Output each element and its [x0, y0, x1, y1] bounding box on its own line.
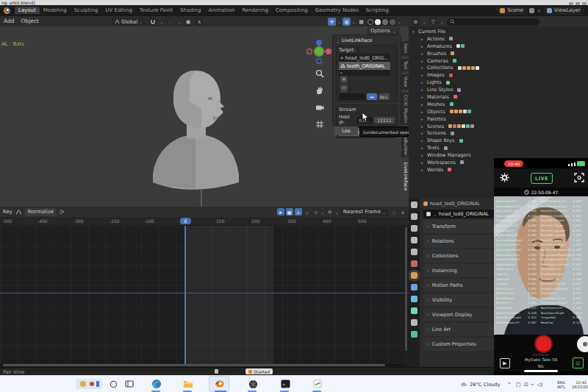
- show-errors-icon[interactable]: ⚠: [295, 208, 302, 215]
- snap-mode-dropdown[interactable]: Nearest Frame ⌄: [340, 208, 389, 216]
- shading-dropdown-icon[interactable]: ⌄: [398, 19, 401, 24]
- tool-properties-tab-icon[interactable]: [411, 202, 417, 208]
- physics-properties-tab-icon[interactable]: [411, 307, 417, 314]
- tab-item[interactable]: Item: [401, 41, 409, 56]
- disclosure-triangle-icon[interactable]: ▸: [421, 37, 425, 41]
- falloff-graph-icon[interactable]: ∧: [399, 208, 406, 215]
- disclosure-triangle-icon[interactable]: ▸: [421, 44, 425, 49]
- zoom-icon[interactable]: [315, 69, 324, 78]
- gizmos-toggle-icon[interactable]: ✛: [328, 18, 336, 26]
- gizmos-dropdown-icon[interactable]: ⌄: [337, 19, 341, 24]
- key-menu[interactable]: Key: [3, 209, 12, 215]
- gizmo-x-axis[interactable]: [326, 49, 331, 54]
- outliner-mode-chevron-icon[interactable]: ⌄: [423, 19, 426, 24]
- disclosure-triangle-icon[interactable]: ▸: [421, 160, 425, 165]
- switch-camera-icon[interactable]: [574, 173, 584, 182]
- recording-time-pill[interactable]: 10:40: [504, 160, 523, 167]
- move-view-hand-icon[interactable]: [315, 86, 324, 95]
- falloff-icon[interactable]: ∧: [195, 18, 203, 26]
- face-tracking-icon[interactable]: ☺: [573, 357, 584, 368]
- remove-target-button[interactable]: −: [340, 85, 348, 92]
- gizmo-z-axis[interactable]: [316, 40, 322, 46]
- disclosure-triangle-icon[interactable]: ▸: [421, 110, 425, 114]
- target-list-item[interactable]: head_lod0_ORIG...: [339, 54, 390, 62]
- language-indicator[interactable]: ENGINTL: [557, 376, 565, 392]
- gizmo-y-axis[interactable]: [315, 47, 324, 57]
- outliner-item-images[interactable]: ▸Images: [412, 71, 588, 79]
- workspace-tab-uv-editing[interactable]: UV Editing: [101, 7, 136, 14]
- disclosure-triangle-icon[interactable]: ▸: [421, 131, 425, 135]
- outliner-display-mode-dropdown[interactable]: ≡: [412, 18, 420, 26]
- tray-display-icon[interactable]: ⊡: [524, 382, 528, 388]
- tab-view[interactable]: View: [401, 74, 409, 89]
- outliner-item-objects[interactable]: ▸Objects: [412, 108, 588, 115]
- outliner-root[interactable]: ▾Current File: [412, 28, 588, 35]
- outliner-filter-chevron-icon[interactable]: ⌄: [440, 19, 444, 24]
- outliner-item-line-styles[interactable]: ▸Line Styles: [412, 86, 588, 93]
- system-tray-icons[interactable]: ▢ ⊡ 𝄐 ◁): [516, 376, 543, 392]
- show-hidden-icon[interactable]: ▦: [286, 208, 293, 215]
- snap-magnet-icon[interactable]: [148, 18, 157, 26]
- disclosure-triangle-icon[interactable]: ▸: [421, 59, 425, 63]
- disclosure-triangle-icon[interactable]: ▸: [421, 168, 425, 172]
- disclosure-triangle-icon[interactable]: ▸: [421, 73, 425, 77]
- outliner-search-input[interactable]: [447, 18, 539, 26]
- outliner-item-cameras[interactable]: ▸Cameras: [412, 57, 588, 65]
- blender-active-app-tile[interactable]: [209, 376, 229, 392]
- menu-add[interactable]: Add: [4, 18, 15, 24]
- outliner-item-palettes[interactable]: ▸Palettes: [412, 115, 588, 123]
- disclosure-triangle-icon[interactable]: ▸: [421, 65, 425, 70]
- wireframe-shading-icon[interactable]: [368, 19, 373, 25]
- only-selected-icon[interactable]: ➤: [277, 208, 284, 215]
- xray-toggle-icon[interactable]: ▦: [357, 18, 365, 26]
- render-properties-tab-icon[interactable]: [411, 213, 417, 220]
- tab-ccic-pipeline[interactable]: CC/iC Pipelin: [401, 93, 409, 125]
- blender-logo-icon[interactable]: [4, 7, 10, 14]
- outliner-item-screens[interactable]: ▸Screens: [412, 129, 588, 137]
- weather-widget-icon[interactable]: [75, 378, 103, 390]
- data-properties-tab-icon[interactable]: [411, 331, 417, 338]
- outliner-item-materials[interactable]: ▸Materials: [412, 93, 588, 101]
- playhead-line[interactable]: [184, 226, 186, 364]
- edge-browser-icon[interactable]: [151, 378, 162, 390]
- workspace-tab-layout[interactable]: Layout: [15, 7, 40, 14]
- status-report-pill[interactable]: Started: [245, 368, 273, 374]
- orthographic-grid-icon[interactable]: [315, 120, 324, 129]
- menu-object[interactable]: Object: [21, 18, 39, 24]
- tray-volume-icon[interactable]: ◁): [537, 382, 542, 388]
- particles-properties-tab-icon[interactable]: [411, 296, 417, 302]
- workspace-tab-modeling[interactable]: Modeling: [40, 7, 71, 14]
- material-shading-icon[interactable]: [382, 19, 388, 25]
- swap-targets-button[interactable]: ↔: [367, 93, 377, 100]
- navigation-gizmo[interactable]: [306, 38, 332, 65]
- outliner-item-scenes[interactable]: ▸Scenes: [412, 123, 588, 130]
- graph-canvas[interactable]: [0, 226, 409, 364]
- overlays-toggle-icon[interactable]: ◍: [343, 18, 351, 26]
- workspace-tab-geometry-nodes[interactable]: Geometry Nodes: [312, 7, 362, 14]
- file-explorer-icon[interactable]: [182, 378, 194, 390]
- settings-gear-icon[interactable]: [500, 173, 509, 182]
- terminal-icon[interactable]: >_: [279, 378, 291, 390]
- modifier-properties-tab-icon[interactable]: [411, 284, 417, 291]
- tab-livelinkface[interactable]: LiveLinkFace: [401, 160, 409, 193]
- tray-mic-icon[interactable]: 𝄐: [531, 382, 534, 388]
- new-scene-icon[interactable]: [529, 8, 534, 13]
- search-icon[interactable]: [107, 378, 119, 390]
- workspace-tab-shading[interactable]: Shading: [176, 7, 204, 14]
- shutter-app-icon[interactable]: [247, 378, 259, 390]
- object-properties-tab-icon[interactable]: [411, 272, 417, 279]
- notes-app-icon[interactable]: [312, 378, 323, 390]
- outliner-item-armatures[interactable]: ▸Armatures: [412, 43, 588, 50]
- viewlayer-selector[interactable]: ViewLayer: [544, 7, 584, 15]
- rendered-shading-icon[interactable]: [390, 19, 395, 25]
- graph-vertical-scrollbar[interactable]: [405, 227, 407, 351]
- refresh-icon[interactable]: ⟳: [60, 209, 65, 215]
- filter-chevron-icon[interactable]: ⌄: [321, 210, 325, 215]
- outliner-item-brushes[interactable]: ▸Brushes: [412, 50, 588, 57]
- target-list-item-selected[interactable]: teeth_ORIGINAL: [339, 62, 390, 70]
- camera-view-icon[interactable]: [315, 103, 324, 112]
- copy-icon[interactable]: ⧉: [326, 208, 334, 215]
- outliner-item-collections[interactable]: ▸Collections: [412, 64, 588, 71]
- workspace-tab-animation[interactable]: Animation: [204, 7, 238, 14]
- frame-ruler[interactable]: -500 -400 -300 -200 -100 0 100 200 300 4…: [0, 217, 409, 226]
